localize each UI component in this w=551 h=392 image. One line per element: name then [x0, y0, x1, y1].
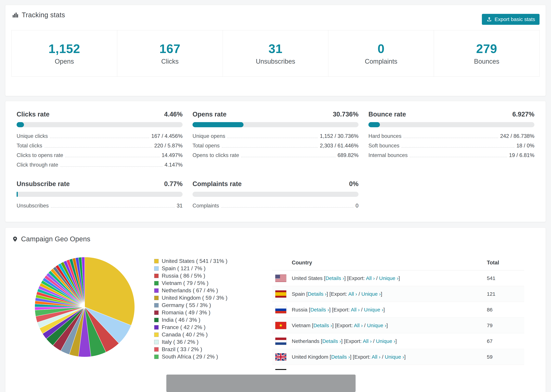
- metric-value: 689.82%: [338, 152, 359, 158]
- rate-rows: Hard bounces 242 / 86.738% Soft bounces …: [368, 131, 534, 160]
- export-all-link[interactable]: All ›: [363, 338, 372, 344]
- legend-swatch: [154, 310, 159, 315]
- open-bracket: [: [311, 322, 313, 328]
- geo-panel-head: Campaign Geo Opens: [5, 228, 546, 243]
- export-all-link[interactable]: All ›: [354, 322, 363, 328]
- legend-swatch: [154, 303, 159, 308]
- details-link[interactable]: Details ›: [308, 291, 326, 297]
- metric-row: Complaints 0: [192, 201, 359, 210]
- stat-label: Complaints: [365, 58, 397, 65]
- slash-separator: /: [363, 322, 367, 328]
- export-unique-link[interactable]: Unique ›: [376, 338, 395, 344]
- de-flag-icon: [275, 369, 286, 370]
- legend-item: South Africa ( 29 / 2% ): [154, 353, 227, 360]
- details-link[interactable]: Details ›: [331, 354, 350, 360]
- stat-value: 0: [377, 42, 384, 56]
- close-bracket: ]: [386, 322, 388, 328]
- legend-swatch: [154, 288, 159, 293]
- export-unique-link[interactable]: Unique ›: [369, 370, 389, 370]
- legend-item: Vietnam ( 79 / 5% ): [154, 280, 227, 287]
- mid-brackets: ] [: [350, 354, 354, 360]
- legend-label: Italy ( 36 / 2% ): [162, 339, 198, 345]
- export-all-link[interactable]: All ›: [348, 291, 357, 297]
- metric-label: Unique clicks: [17, 133, 48, 139]
- stat-card: 279 Bounces: [434, 30, 539, 77]
- rate-title: Opens rate: [192, 111, 226, 118]
- metric-value: 4.147%: [165, 162, 183, 168]
- tracking-stats-title: Tracking stats: [22, 11, 65, 19]
- export-basic-stats-button[interactable]: Export basic stats: [482, 14, 540, 25]
- open-bracket: [: [308, 307, 311, 313]
- country-name: Vietnam: [292, 322, 311, 328]
- table-row: Germany [Details ›] [Export: All › / Uni…: [272, 365, 524, 370]
- dotted-leader: [403, 138, 498, 138]
- details-link[interactable]: Details ›: [313, 322, 332, 328]
- geo-pie-chart: [33, 256, 136, 358]
- table-row: United States [Details ›] [Export: All ›…: [272, 270, 524, 286]
- close-bracket: ]: [399, 275, 400, 281]
- legend-swatch: [154, 296, 159, 300]
- legend-swatch: [154, 340, 159, 344]
- mid-brackets: ] [: [335, 370, 339, 370]
- export-all-link[interactable]: All ›: [356, 370, 365, 370]
- rates-panel: Clicks rate 4.46% Unique clicks 167 / 4.…: [5, 101, 546, 222]
- metric-label: Clicks to opens rate: [17, 152, 63, 158]
- stat-label: Clicks: [161, 58, 178, 65]
- metric-value: 18 / 0%: [516, 143, 534, 149]
- vn-flag-icon: [275, 322, 286, 329]
- legend-label: South Africa ( 29 / 2% ): [162, 354, 218, 360]
- rate-rows: Unique opens 1,152 / 30.736% Total opens…: [192, 131, 359, 160]
- country-name: Germany: [292, 370, 313, 370]
- geo-panel: Campaign Geo Opens United States ( 541 /…: [5, 227, 546, 392]
- stat-card: 0 Complaints: [328, 30, 434, 77]
- details-link[interactable]: Details ›: [310, 307, 329, 313]
- bar-chart-icon: [12, 12, 19, 18]
- table-row: Vietnam [Details ›] [Export: All › / Uni…: [272, 318, 524, 333]
- rate-rows: Unsubscribes 31: [17, 201, 183, 210]
- rate-percent: 30.736%: [333, 111, 359, 118]
- details-link[interactable]: Details ›: [325, 275, 344, 281]
- export-unique-link[interactable]: Unique ›: [361, 291, 381, 297]
- export-unique-link[interactable]: Unique ›: [385, 354, 404, 360]
- details-link[interactable]: Details ›: [322, 338, 341, 344]
- row-total: 541: [487, 275, 521, 281]
- country-cell: Germany [Details ›] [Export: All › / Uni…: [292, 370, 487, 370]
- metric-label: Unsubscribes: [17, 203, 49, 209]
- close-bracket: ]: [395, 338, 397, 344]
- rate-bar-fill: [192, 122, 243, 127]
- rate-bar-fill: [17, 192, 18, 197]
- export-all-link[interactable]: All ›: [366, 275, 375, 281]
- legend-item: Russia ( 86 / 5% ): [154, 272, 227, 280]
- table-row: United Kingdom [Details ›] [Export: All …: [272, 349, 524, 365]
- details-link[interactable]: Details ›: [316, 370, 335, 370]
- metric-value: 1,152 / 30.736%: [320, 133, 359, 139]
- legend-swatch: [154, 266, 159, 271]
- legend-item: Brazil ( 33 / 2% ): [154, 346, 227, 353]
- country-name: Netherlands: [292, 338, 319, 344]
- dotted-leader: [241, 157, 335, 157]
- slash-separator: /: [381, 354, 385, 360]
- row-total: 59: [487, 354, 521, 360]
- export-unique-link[interactable]: Unique ›: [379, 275, 398, 281]
- export-all-link[interactable]: All ›: [351, 307, 360, 313]
- legend-item: United Kingdom ( 59 / 3% ): [154, 294, 227, 301]
- metric-label: Opens to clicks rate: [192, 152, 239, 158]
- stat-label: Bounces: [474, 58, 499, 65]
- country-header: Country: [275, 260, 487, 266]
- mid-brackets: ] [: [332, 322, 336, 328]
- dotted-leader: [44, 147, 152, 147]
- export-unique-link[interactable]: Unique ›: [367, 322, 386, 328]
- metric-label: Complaints: [192, 203, 219, 209]
- export-unique-link[interactable]: Unique ›: [364, 307, 383, 313]
- country-cell: Russia [Details ›] [Export: All › / Uniq…: [292, 307, 487, 313]
- rate-progress-bar: [192, 122, 359, 127]
- export-icon: [486, 16, 492, 22]
- country-name: Russia: [292, 307, 308, 313]
- legend-label: Germany ( 55 / 3% ): [162, 302, 211, 308]
- geo-table-body: United States [Details ›] [Export: All ›…: [272, 270, 524, 370]
- rate-head: Opens rate 30.736%: [192, 111, 359, 118]
- export-all-link[interactable]: All ›: [372, 354, 381, 360]
- metric-row: Opens to clicks rate 689.82%: [192, 150, 359, 160]
- metric-value: 19 / 6.81%: [509, 152, 534, 158]
- mid-brackets: ] [: [341, 338, 345, 344]
